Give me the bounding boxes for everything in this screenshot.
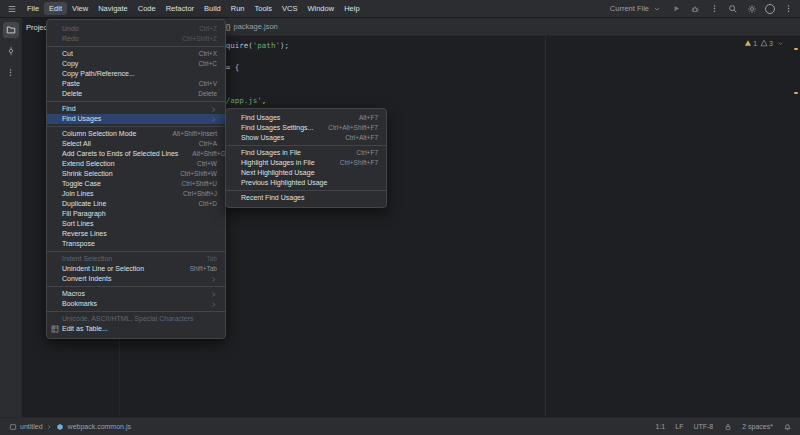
run-button[interactable] (670, 3, 682, 15)
menubar-item-help[interactable]: Help (339, 2, 364, 15)
menubar-item-refactor[interactable]: Refactor (161, 2, 199, 15)
menu-item-label: Sort Lines (62, 219, 94, 229)
edit-menu-item-column-selection-mode[interactable]: Column Selection ModeAlt+Shift+Insert (47, 129, 225, 139)
edit-menu-item-reverse-lines[interactable]: Reverse Lines (47, 229, 225, 239)
code-content[interactable]: const path = require('path');module.expo… (158, 36, 792, 117)
caret-position[interactable]: 1:1 (656, 423, 666, 430)
code-line[interactable]: const path = require('path'); (158, 40, 792, 51)
menu-item-shortcut: Ctrl+X (185, 49, 217, 59)
menu-item-label: Find Usages in File (241, 148, 301, 158)
chevron-down-icon (651, 3, 663, 15)
find-usages-menu-item-next-highlighted-usage[interactable]: Next Highlighted Usage (226, 168, 386, 178)
edit-menu-item-find-usages[interactable]: Find Usages (47, 114, 225, 124)
editor-tab-package-json[interactable]: {}package.json (216, 18, 286, 35)
edit-menu-item-select-all[interactable]: Select AllCtrl+A (47, 139, 225, 149)
code-line[interactable] (158, 73, 792, 84)
find-usages-menu-separator (226, 145, 386, 146)
indent-setting[interactable]: 2 spaces* (742, 423, 773, 430)
menu-item-shortcut: Ctrl+F7 (343, 148, 379, 158)
edit-menu-item-edit-as-table[interactable]: Edit as Table... (47, 324, 225, 334)
menu-item-shortcut: Alt+F7 (345, 113, 378, 123)
edit-menu-item-bookmarks[interactable]: Bookmarks (47, 299, 225, 309)
menu-item-label: Previous Highlighted Usage (241, 178, 327, 188)
edit-menu-item-delete[interactable]: DeleteDelete (47, 89, 225, 99)
menu-item-label: Find Usages (62, 114, 101, 124)
edit-menu-item-unicode-ascii-html-special-characters[interactable]: Unicode, ASCII/HTML, Special Characters (47, 314, 225, 324)
code-line[interactable] (158, 84, 792, 95)
find-usages-menu-item-find-usages[interactable]: Find UsagesAlt+F7 (226, 113, 386, 123)
submenu-arrow-icon (196, 301, 217, 308)
edit-menu-item-add-carets-to-ends-of-selected-lines[interactable]: Add Carets to Ends of Selected LinesAlt+… (47, 149, 225, 159)
menu-item-shortcut: Alt+Shift+G (178, 149, 225, 159)
edit-menu-item-paste[interactable]: PasteCtrl+V (47, 79, 225, 89)
lock-icon[interactable] (723, 422, 732, 431)
menu-item-label: Highlight Usages in File (241, 158, 315, 168)
menu-item-label: Find Usages (241, 113, 280, 123)
edit-menu-item-copy[interactable]: CopyCtrl+C (47, 59, 225, 69)
menubar-item-view[interactable]: View (67, 2, 93, 15)
menubar-item-vcs[interactable]: VCS (277, 2, 302, 15)
edit-menu-item-transpose[interactable]: Transpose (47, 239, 225, 249)
edit-menu-item-cut[interactable]: CutCtrl+X (47, 49, 225, 59)
warnings-indicator[interactable]: 1 (744, 39, 757, 47)
breadcrumb-project[interactable]: untitled (20, 423, 43, 430)
edit-menu-item-toggle-case[interactable]: Toggle CaseCtrl+Shift+U (47, 179, 225, 189)
window-options-icon[interactable] (782, 3, 794, 15)
find-usages-menu-item-find-usages-in-file[interactable]: Find Usages in FileCtrl+F7 (226, 148, 386, 158)
find-usages-menu-item-recent-find-usages[interactable]: Recent Find Usages (226, 193, 386, 203)
main-menu-icon[interactable] (4, 2, 20, 15)
find-usages-menu-item-find-usages-settings[interactable]: Find Usages Settings...Ctrl+Alt+Shift+F7 (226, 123, 386, 133)
edit-menu-item-copy-path-reference[interactable]: Copy Path/Reference... (47, 69, 225, 79)
find-usages-menu-item-highlight-usages-in-file[interactable]: Highlight Usages in FileCtrl+Shift+F7 (226, 158, 386, 168)
menu-item-label: Undo (62, 24, 79, 34)
strip-more-icon[interactable] (3, 64, 19, 80)
debug-button[interactable] (689, 3, 701, 15)
menubar-item-build[interactable]: Build (199, 2, 226, 15)
tool-window-strip (0, 18, 22, 417)
more-actions-icon[interactable] (708, 3, 720, 15)
edit-menu-item-fill-paragraph[interactable]: Fill Paragraph (47, 209, 225, 219)
project-tool-window-button[interactable] (3, 22, 19, 38)
file-encoding[interactable]: UTF-8 (693, 423, 713, 430)
menubar-item-window[interactable]: Window (302, 2, 339, 15)
settings-gear-icon[interactable] (746, 3, 758, 15)
edit-menu-item-extend-selection[interactable]: Extend SelectionCtrl+W (47, 159, 225, 169)
run-configuration-selector[interactable]: Current File (610, 3, 663, 15)
edit-menu-item-sort-lines[interactable]: Sort Lines (47, 219, 225, 229)
menubar-item-code[interactable]: Code (133, 2, 161, 15)
search-everywhere-icon[interactable] (727, 3, 739, 15)
inspections-widget[interactable]: 1 3 (744, 39, 784, 47)
error-stripe-mark[interactable] (794, 48, 798, 50)
error-stripe-mark[interactable] (794, 92, 798, 94)
menubar-item-file[interactable]: File (22, 2, 44, 15)
menu-item-label: Copy (62, 59, 78, 69)
edit-menu-item-macros[interactable]: Macros (47, 289, 225, 299)
code-line[interactable]: entry: './src/app.js', (158, 95, 792, 106)
profile-avatar[interactable] (765, 4, 775, 14)
edit-menu-item-convert-indents[interactable]: Convert Indents (47, 274, 225, 284)
find-usages-submenu-popup: Find UsagesAlt+F7Find Usages Settings...… (225, 108, 387, 208)
notifications-bell-icon[interactable] (783, 422, 792, 431)
ide-window: FileEditViewNavigateCodeRefactorBuildRun… (0, 0, 800, 435)
edit-menu-item-join-lines[interactable]: Join LinesCtrl+Shift+J (47, 189, 225, 199)
line-ending[interactable]: LF (675, 423, 683, 430)
edit-menu-item-shrink-selection[interactable]: Shrink SelectionCtrl+Shift+W (47, 169, 225, 179)
edit-menu-item-redo[interactable]: RedoCtrl+Shift+Z (47, 34, 225, 44)
menubar-item-tools[interactable]: Tools (250, 2, 278, 15)
code-line[interactable]: module.exports = { (158, 62, 792, 73)
edit-menu-item-duplicate-line[interactable]: Duplicate LineCtrl+D (47, 199, 225, 209)
code-line[interactable] (158, 51, 792, 62)
edit-menu-item-unindent-line-or-selection[interactable]: Unindent Line or SelectionShift+Tab (47, 264, 225, 274)
find-usages-menu-item-previous-highlighted-usage[interactable]: Previous Highlighted Usage (226, 178, 386, 188)
edit-menu-item-find[interactable]: Find (47, 104, 225, 114)
find-usages-menu-item-show-usages[interactable]: Show UsagesCtrl+Alt+F7 (226, 133, 386, 143)
weak-warnings-indicator[interactable]: 3 (760, 39, 773, 47)
edit-menu-item-undo[interactable]: UndoCtrl+Z (47, 24, 225, 34)
edit-menu-item-indent-selection[interactable]: Indent SelectionTab (47, 254, 225, 264)
breadcrumb-file[interactable]: webpack.common.js (68, 423, 131, 430)
commit-tool-window-button[interactable] (3, 43, 19, 59)
menubar-item-run[interactable]: Run (226, 2, 250, 15)
main-menu-bar: FileEditViewNavigateCodeRefactorBuildRun… (0, 0, 800, 18)
menubar-item-edit[interactable]: Edit (44, 2, 67, 15)
menubar-item-navigate[interactable]: Navigate (93, 2, 133, 15)
